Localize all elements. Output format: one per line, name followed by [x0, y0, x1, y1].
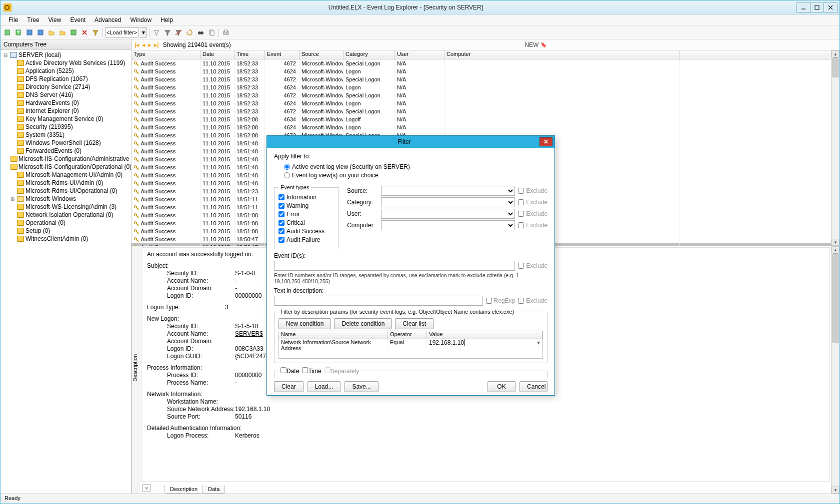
tb-funnel-icon[interactable]	[90, 27, 100, 37]
table-row[interactable]: Audit Success11.10.201518:52:334672Micro…	[132, 107, 831, 115]
col-computer[interactable]: Computer	[444, 50, 680, 59]
tb-del-icon[interactable]	[80, 27, 90, 37]
etype-4[interactable]: Audit Success	[278, 228, 324, 235]
maximize-button[interactable]	[810, 2, 824, 12]
tree-log-item[interactable]: Microsoft-IIS-Configuration/Operational …	[0, 163, 131, 171]
category-combo[interactable]	[381, 197, 515, 207]
detail-scroll-up-icon[interactable]: ▲	[832, 246, 840, 253]
table-row[interactable]: Audit Success11.10.201518:52:334672Micro…	[132, 59, 831, 67]
tree-log-item[interactable]: ForwardedEvents (0)	[0, 147, 131, 155]
tb-filter3-icon[interactable]	[174, 27, 184, 37]
computers-tree[interactable]: ⊟SERVER (local)Active Directory Web Serv…	[0, 50, 131, 494]
tb-add-icon[interactable]: +	[14, 27, 24, 37]
dialog-titlebar[interactable]: Filter ✕	[267, 136, 554, 148]
table-row[interactable]: Audit Success11.10.201518:52:334624Micro…	[132, 67, 831, 75]
table-row[interactable]: Audit Success11.10.201518:52:084634Micro…	[132, 115, 831, 123]
time-check[interactable]: Time	[302, 368, 321, 375]
computer-combo[interactable]	[381, 220, 515, 230]
col-user[interactable]: User	[395, 50, 444, 59]
table-row[interactable]: Audit Success11.10.201518:52:334624Micro…	[132, 83, 831, 91]
category-exclude[interactable]: Exclude	[518, 199, 548, 206]
tree-log-item[interactable]: DNS Server (416)	[0, 91, 131, 99]
description-sidetab[interactable]: Description	[132, 246, 140, 494]
tree-log-item[interactable]: Key Management Service (0)	[0, 115, 131, 123]
nav-last-icon[interactable]: ▸|	[154, 41, 158, 48]
nav-next-icon[interactable]: ▸	[148, 41, 151, 48]
tree-log-item[interactable]: Internet Explorer (0)	[0, 107, 131, 115]
tree-log-item[interactable]: System (3351)	[0, 131, 131, 139]
close-button[interactable]	[824, 2, 838, 12]
etype-1[interactable]: Warning	[278, 202, 308, 209]
scroll-up-icon[interactable]: ▲	[832, 50, 840, 57]
tree-log-item[interactable]: Directory Service (2714)	[0, 83, 131, 91]
tb-filter2-icon[interactable]	[162, 27, 172, 37]
tree-log-item[interactable]: Windows PowerShell (1628)	[0, 139, 131, 147]
tb-new-icon[interactable]	[2, 27, 12, 37]
menu-tree[interactable]: Tree	[23, 15, 43, 24]
tree-log-item[interactable]: Microsoft-IIS-Configuration/Administrati…	[0, 155, 131, 163]
date-check[interactable]: Date	[280, 368, 299, 375]
load-button[interactable]: Load...	[308, 381, 341, 392]
tb-print-icon[interactable]	[221, 27, 231, 37]
etype-3[interactable]: Critical	[278, 219, 305, 226]
scroll-thumb[interactable]	[832, 57, 838, 77]
tree-log-item[interactable]: Setup (0)	[0, 227, 131, 235]
detail-scroll-thumb[interactable]	[832, 253, 838, 343]
tree-log-item[interactable]: Network Isolation Operational (0)	[0, 211, 131, 219]
condition-row[interactable]: Network Information\Source Network Addre…	[279, 339, 542, 348]
etype-2[interactable]: Error	[278, 211, 300, 218]
detail-scroll-down-icon[interactable]: ▼	[832, 487, 840, 494]
radio-active-view[interactable]: Active event log view (Security on SERVE…	[284, 163, 410, 170]
dialog-close-button[interactable]: ✕	[540, 137, 552, 146]
tree-log-item[interactable]: Operational (0)	[0, 219, 131, 227]
table-row[interactable]: Audit Success11.10.201518:52:334672Micro…	[132, 91, 831, 99]
etype-0[interactable]: Information	[278, 194, 316, 201]
text-desc-input[interactable]	[274, 296, 483, 306]
clear-button[interactable]: Clear	[274, 381, 304, 392]
tab-description[interactable]: Description	[164, 485, 203, 494]
tb-binoculars-icon[interactable]	[196, 27, 206, 37]
separately-check[interactable]: Separately	[324, 368, 359, 375]
tb-disk-icon[interactable]	[68, 27, 78, 37]
clear-list-button[interactable]: Clear list	[395, 318, 434, 329]
scroll-down-icon[interactable]: ▼	[832, 239, 840, 246]
text-exclude[interactable]: Exclude	[518, 297, 548, 304]
col-date[interactable]: Date	[200, 50, 234, 59]
radio-choice-view[interactable]: Event log view(s) on your choice	[284, 172, 378, 179]
tree-log-item[interactable]: Security (219395)	[0, 123, 131, 131]
tree-log-item[interactable]: WitnessClientAdmin (0)	[0, 235, 131, 243]
computer-exclude[interactable]: Exclude	[518, 222, 548, 229]
table-row[interactable]: Audit Success11.10.201518:52:334672Micro…	[132, 75, 831, 83]
table-row[interactable]: Audit Success11.10.201518:52:334624Micro…	[132, 99, 831, 107]
load-filter-drop[interactable]: ▾	[140, 27, 147, 37]
tree-log-item[interactable]: HardwareEvents (0)	[0, 99, 131, 107]
event-ids-input[interactable]	[274, 261, 515, 271]
detail-close-icon[interactable]: ×	[142, 484, 150, 492]
menu-window[interactable]: Window	[126, 15, 156, 24]
cancel-button[interactable]: Cancel	[520, 381, 548, 392]
load-filter-combo[interactable]: <Load filter>	[105, 27, 139, 37]
col-event[interactable]: Event	[265, 50, 300, 59]
tb-refresh-icon[interactable]	[184, 27, 194, 37]
nav-prev-icon[interactable]: ◂	[142, 41, 145, 48]
minimize-button[interactable]	[796, 2, 810, 12]
user-exclude[interactable]: Exclude	[518, 210, 548, 217]
tree-log-item[interactable]: Microsoft-WS-Licensing/Admin (3)	[0, 203, 131, 211]
save-button[interactable]: Save...	[344, 381, 378, 392]
col-time[interactable]: Time	[234, 50, 265, 59]
table-row[interactable]: Audit Success11.10.201518:52:084624Micro…	[132, 123, 831, 131]
tree-log-item[interactable]: Microsoft-Rdms-UI/Admin (0)	[0, 179, 131, 187]
etype-5[interactable]: Audit Failure	[278, 236, 320, 243]
new-condition-button[interactable]: New condition	[278, 318, 331, 329]
tb-save2-icon[interactable]	[36, 27, 46, 37]
tree-log-item[interactable]: Active Directory Web Services (1199)	[0, 59, 131, 67]
col-type[interactable]: Type	[132, 50, 200, 59]
tb-open2-icon[interactable]	[58, 27, 68, 37]
grid-scrollbar[interactable]: ▲ ▼	[831, 50, 840, 246]
nav-first-icon[interactable]: |◂	[134, 41, 139, 48]
conditions-table[interactable]: Name Operator Value Network Information\…	[278, 331, 543, 359]
tb-save-icon[interactable]	[24, 27, 34, 37]
col-category[interactable]: Category	[344, 50, 395, 59]
tb-copy-icon[interactable]	[206, 27, 216, 37]
delete-condition-button[interactable]: Delete condition	[334, 318, 392, 329]
